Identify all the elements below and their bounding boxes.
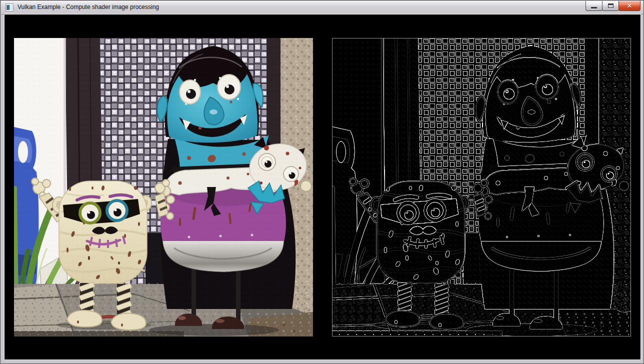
client-area [4, 14, 641, 360]
maximize-button[interactable] [602, 1, 619, 11]
minimize-icon [591, 7, 597, 8]
app-icon [6, 4, 14, 12]
app-window: Vulkan Example - Compute shader image pr… [0, 0, 644, 364]
edge-output-panel [332, 38, 631, 336]
maximize-icon [608, 4, 614, 8]
window-controls: ✕ [586, 1, 640, 11]
window-titlebar[interactable]: Vulkan Example - Compute shader image pr… [1, 1, 643, 14]
close-icon: ✕ [627, 2, 632, 10]
minimize-button[interactable] [586, 1, 602, 11]
close-button[interactable]: ✕ [618, 1, 640, 11]
window-title: Vulkan Example - Compute shader image pr… [18, 1, 159, 14]
original-image-panel [14, 38, 313, 336]
